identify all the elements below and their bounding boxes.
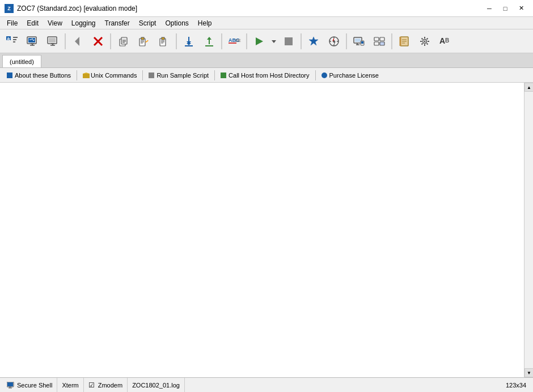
secure-shell-label: Secure Shell: [17, 382, 52, 389]
tab-untitled[interactable]: (untitled): [2, 55, 41, 67]
menu-help[interactable]: Help: [193, 18, 217, 28]
paste2-button[interactable]: [154, 32, 174, 51]
svg-rect-32: [162, 37, 164, 40]
settings-button[interactable]: [415, 32, 434, 51]
svg-text:Z: Z: [9, 37, 10, 41]
purchase-license-label: Purchase License: [329, 72, 379, 79]
log-button[interactable]: [395, 32, 414, 51]
btn-sep-4: [315, 70, 316, 80]
svg-marker-47: [256, 37, 263, 45]
svg-rect-90: [221, 73, 226, 78]
screen1-button[interactable]: [349, 32, 369, 51]
call-host-label: Call Host from Host Directory: [229, 72, 309, 79]
run-sample-icon: [149, 73, 154, 78]
download-button[interactable]: [179, 32, 198, 51]
svg-rect-93: [7, 382, 13, 386]
window-controls: ─ □ ✕: [482, 3, 528, 14]
svg-rect-67: [374, 42, 379, 45]
toolbar: A Z: [0, 29, 533, 53]
compass-button[interactable]: [324, 32, 344, 51]
toolbar-sep-8: [391, 33, 392, 49]
tab-label: (untitled): [10, 58, 34, 65]
menu-file[interactable]: File: [2, 18, 22, 28]
scroll-track[interactable]: [524, 92, 533, 368]
svg-rect-65: [374, 37, 379, 41]
svg-marker-42: [207, 37, 211, 40]
app-icon: Z: [5, 4, 14, 13]
font-button[interactable]: A B: [435, 32, 455, 51]
copy-button[interactable]: [113, 32, 133, 51]
disconnect-button[interactable]: [43, 32, 62, 51]
maximize-button[interactable]: □: [498, 3, 513, 14]
svg-text:B: B: [445, 37, 449, 44]
svg-marker-88: [83, 73, 90, 74]
toolbar-sep-6: [301, 33, 302, 49]
connect-button[interactable]: [23, 32, 42, 51]
bookmark-button[interactable]: [304, 32, 323, 51]
svg-marker-40: [187, 41, 191, 44]
status-secure-shell[interactable]: Secure Shell: [5, 378, 57, 392]
zmodem-check-icon: ☑: [88, 381, 95, 389]
menu-view[interactable]: View: [43, 18, 67, 28]
svg-line-81: [427, 43, 428, 44]
status-xterm[interactable]: Xterm: [57, 378, 83, 392]
menu-options[interactable]: Options: [160, 18, 193, 28]
scroll-up-arrow[interactable]: ▲: [524, 83, 533, 92]
about-buttons-btn[interactable]: About these Buttons: [3, 71, 74, 80]
close-button[interactable]: ✕: [514, 3, 528, 14]
unix-commands-label: Unix Commands: [91, 72, 137, 79]
play-button[interactable]: [249, 32, 269, 51]
run-sample-label: Run Sample Script: [156, 72, 209, 79]
stop-button[interactable]: [88, 32, 108, 51]
purchase-license-icon: [322, 73, 327, 78]
call-host-btn[interactable]: Call Host from Host Directory: [217, 71, 312, 80]
back-button[interactable]: [68, 32, 87, 51]
stop-script-button[interactable]: [279, 32, 298, 51]
run-sample-btn[interactable]: Run Sample Script: [145, 71, 212, 80]
menu-transfer[interactable]: Transfer: [100, 18, 134, 28]
xterm-label: Xterm: [62, 382, 78, 389]
svg-rect-87: [83, 74, 90, 78]
toolbar-sep-7: [346, 33, 347, 49]
status-zmodem[interactable]: ☑ Zmodem: [84, 378, 128, 392]
svg-marker-50: [309, 37, 318, 45]
toolbar-sep-1: [65, 33, 66, 49]
status-logfile[interactable]: ZOC1802_01.log: [128, 378, 185, 392]
minimize-button[interactable]: ─: [482, 3, 497, 14]
title-bar: Z ZOC7 (Standard.zoc) [evaluation mode] …: [0, 0, 533, 17]
svg-rect-68: [380, 42, 384, 45]
svg-marker-48: [272, 40, 276, 43]
vertical-scrollbar[interactable]: ▲ ▼: [524, 83, 533, 377]
svg-line-83: [422, 43, 423, 44]
paste-button[interactable]: [134, 32, 153, 51]
purchase-license-btn[interactable]: Purchase License: [318, 71, 382, 80]
button-bar: About these Buttons Unix Commands Run Sa…: [0, 68, 533, 83]
svg-text:A: A: [439, 36, 445, 45]
logfile-label: ZOC1802_01.log: [132, 382, 180, 389]
svg-rect-20: [121, 37, 127, 44]
menu-logging[interactable]: Logging: [67, 18, 100, 28]
tab-bar: (untitled): [0, 53, 533, 68]
menu-edit[interactable]: Edit: [22, 18, 43, 28]
screen2-button[interactable]: [370, 32, 389, 51]
toolbar-sep-4: [221, 33, 222, 49]
btn-sep-2: [142, 70, 143, 80]
menu-script[interactable]: Script: [134, 18, 161, 28]
svg-line-82: [427, 38, 428, 39]
svg-point-75: [424, 40, 426, 42]
terminal-body: ▲ ▼: [0, 83, 533, 377]
svg-rect-49: [285, 37, 293, 45]
sort-button[interactable]: A Z: [2, 32, 22, 51]
btn-sep-3: [214, 70, 215, 80]
svg-rect-89: [149, 73, 154, 78]
scroll-down-arrow[interactable]: ▼: [524, 368, 533, 377]
text-button[interactable]: ABC DEF: [225, 32, 244, 51]
menu-bar: File Edit View Logging Transfer Script O…: [0, 17, 533, 29]
svg-line-80: [422, 38, 423, 39]
terminal-content[interactable]: [0, 83, 524, 377]
play-dropdown-button[interactable]: [270, 32, 278, 51]
unix-commands-btn[interactable]: Unix Commands: [79, 71, 140, 80]
svg-rect-86: [7, 73, 12, 78]
unix-commands-icon: [83, 73, 88, 78]
upload-button[interactable]: [200, 32, 219, 51]
